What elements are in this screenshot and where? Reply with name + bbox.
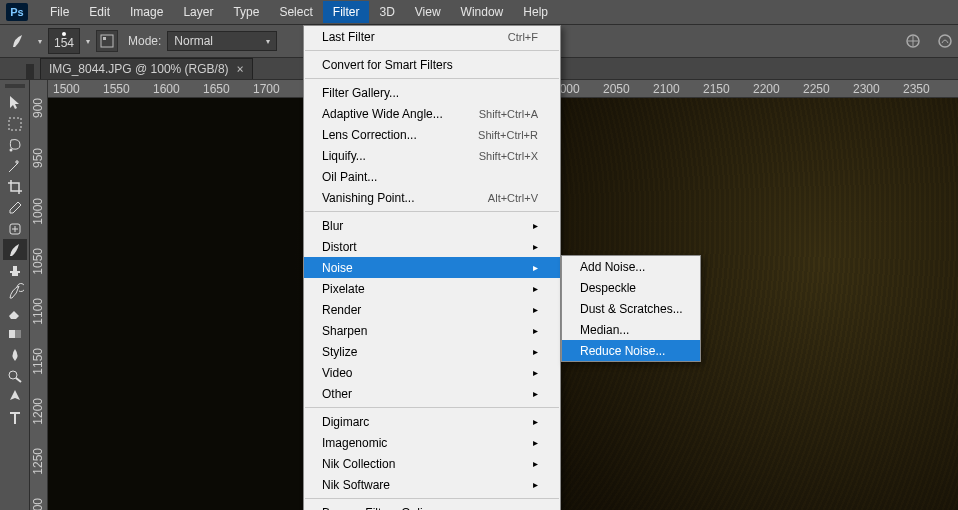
svg-rect-4: [9, 118, 21, 130]
menu-view[interactable]: View: [405, 1, 451, 23]
ruler-tick: 1250: [31, 448, 47, 475]
menu-3d[interactable]: 3D: [369, 1, 404, 23]
menu-item-dust-scratches[interactable]: Dust & Scratches...: [562, 298, 700, 319]
menu-item-label: Last Filter: [322, 30, 375, 44]
ruler-tick: 1150: [31, 348, 47, 375]
menu-item-stylize[interactable]: Stylize: [304, 341, 560, 362]
menu-item-label: Nik Software: [322, 478, 390, 492]
menu-layer[interactable]: Layer: [173, 1, 223, 23]
menu-item-oil-paint[interactable]: Oil Paint...: [304, 166, 560, 187]
close-icon[interactable]: ×: [237, 62, 244, 76]
document-tab[interactable]: IMG_8044.JPG @ 100% (RGB/8) ×: [40, 58, 253, 79]
svg-rect-0: [101, 35, 113, 47]
crop-tool[interactable]: [3, 176, 27, 197]
menu-item-shortcut: Shift+Ctrl+R: [478, 129, 538, 141]
menu-item-label: Filter Gallery...: [322, 86, 399, 100]
menu-item-adaptive-wide-angle[interactable]: Adaptive Wide Angle...Shift+Ctrl+A: [304, 103, 560, 124]
menu-separator: [305, 50, 559, 51]
chevron-down-icon: ▾: [86, 37, 90, 46]
dodge-tool[interactable]: [3, 365, 27, 386]
menu-item-distort[interactable]: Distort: [304, 236, 560, 257]
svg-rect-8: [9, 330, 15, 338]
active-tool-indicator[interactable]: [6, 28, 32, 54]
menu-item-label: Nik Collection: [322, 457, 395, 471]
tablet-pressure-toggle[interactable]: [932, 28, 958, 54]
history-brush-tool[interactable]: [3, 281, 27, 302]
menu-item-shortcut: Shift+Ctrl+X: [479, 150, 538, 162]
menu-item-nik-collection[interactable]: Nik Collection: [304, 453, 560, 474]
ruler-tick: 1500: [53, 82, 80, 96]
menu-item-filter-gallery[interactable]: Filter Gallery...: [304, 82, 560, 103]
menu-item-despeckle[interactable]: Despeckle: [562, 277, 700, 298]
menu-item-sharpen[interactable]: Sharpen: [304, 320, 560, 341]
blur-tool[interactable]: [3, 344, 27, 365]
ruler-tick: 2050: [603, 82, 630, 96]
stamp-tool[interactable]: [3, 260, 27, 281]
panel-grip-icon[interactable]: [5, 84, 25, 88]
menu-item-reduce-noise[interactable]: Reduce Noise...: [562, 340, 700, 361]
ruler-tick: 1650: [203, 82, 230, 96]
menu-item-add-noise[interactable]: Add Noise...: [562, 256, 700, 277]
menu-item-label: Add Noise...: [580, 260, 645, 274]
menu-type[interactable]: Type: [223, 1, 269, 23]
menu-item-noise[interactable]: Noise: [304, 257, 560, 278]
menu-item-vanishing-point[interactable]: Vanishing Point...Alt+Ctrl+V: [304, 187, 560, 208]
pen-tool[interactable]: [3, 386, 27, 407]
menu-item-label: Stylize: [322, 345, 357, 359]
type-tool[interactable]: [3, 407, 27, 428]
filter-menu-dropdown: Last FilterCtrl+FConvert for Smart Filte…: [303, 25, 561, 510]
menu-item-label: Liquify...: [322, 149, 366, 163]
move-tool[interactable]: [3, 92, 27, 113]
menu-item-imagenomic[interactable]: Imagenomic: [304, 432, 560, 453]
ruler-tick: 2100: [653, 82, 680, 96]
ruler-tick: 1200: [31, 398, 47, 425]
menu-item-video[interactable]: Video: [304, 362, 560, 383]
menu-item-other[interactable]: Other: [304, 383, 560, 404]
menu-item-lens-correction[interactable]: Lens Correction...Shift+Ctrl+R: [304, 124, 560, 145]
eyedropper-tool[interactable]: [3, 197, 27, 218]
menu-item-label: Noise: [322, 261, 353, 275]
menu-item-last-filter[interactable]: Last FilterCtrl+F: [304, 26, 560, 47]
brush-preset-picker[interactable]: 154: [48, 28, 80, 54]
menu-item-label: Median...: [580, 323, 629, 337]
airbrush-toggle[interactable]: [900, 28, 926, 54]
wand-tool[interactable]: [3, 155, 27, 176]
ruler-tick: 2350: [903, 82, 930, 96]
menu-item-liquify[interactable]: Liquify...Shift+Ctrl+X: [304, 145, 560, 166]
menu-file[interactable]: File: [40, 1, 79, 23]
ruler-tick: 1600: [153, 82, 180, 96]
blend-mode-value: Normal: [174, 34, 213, 48]
menu-item-blur[interactable]: Blur: [304, 215, 560, 236]
menu-item-median[interactable]: Median...: [562, 319, 700, 340]
menu-item-label: Sharpen: [322, 324, 367, 338]
ruler-tick: 2300: [853, 82, 880, 96]
svg-rect-1: [103, 37, 106, 40]
menu-window[interactable]: Window: [451, 1, 514, 23]
menu-select[interactable]: Select: [269, 1, 322, 23]
menu-item-digimarc[interactable]: Digimarc: [304, 411, 560, 432]
brush-panel-button[interactable]: [96, 30, 118, 52]
app-logo: Ps: [6, 3, 28, 21]
gradient-tool[interactable]: [3, 323, 27, 344]
healing-brush-tool[interactable]: [3, 218, 27, 239]
blend-mode-dropdown[interactable]: Normal ▾: [167, 31, 277, 51]
brush-tool[interactable]: [3, 239, 27, 260]
menu-item-label: Vanishing Point...: [322, 191, 415, 205]
eraser-tool[interactable]: [3, 302, 27, 323]
menu-item-browse-filters-online[interactable]: Browse Filters Online...: [304, 502, 560, 510]
menu-item-nik-software[interactable]: Nik Software: [304, 474, 560, 495]
noise-submenu: Add Noise...DespeckleDust & Scratches...…: [561, 255, 701, 362]
menu-item-pixelate[interactable]: Pixelate: [304, 278, 560, 299]
menu-item-convert-for-smart-filters[interactable]: Convert for Smart Filters: [304, 54, 560, 75]
lasso-tool[interactable]: [3, 134, 27, 155]
menu-item-label: Dust & Scratches...: [580, 302, 683, 316]
menu-item-render[interactable]: Render: [304, 299, 560, 320]
menu-image[interactable]: Image: [120, 1, 173, 23]
marquee-tool[interactable]: [3, 113, 27, 134]
menu-edit[interactable]: Edit: [79, 1, 120, 23]
menu-filter[interactable]: Filter: [323, 1, 370, 23]
ruler-tick: 2150: [703, 82, 730, 96]
menu-item-label: Other: [322, 387, 352, 401]
menu-help[interactable]: Help: [513, 1, 558, 23]
menu-item-label: Digimarc: [322, 415, 369, 429]
